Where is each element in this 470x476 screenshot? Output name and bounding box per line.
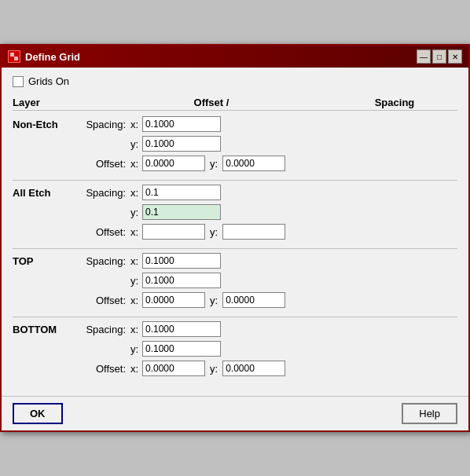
column-headers: Layer Offset / Spacing [13, 95, 457, 111]
non-etch-offset-x[interactable] [142, 156, 205, 171]
bottom-spacing-x-row: BOTTOM Spacing: x: [13, 320, 457, 338]
offset-label-3: Offset: [83, 295, 130, 306]
offset-label-4: Offset: [83, 363, 130, 375]
x-label-3: x: [130, 255, 140, 267]
top-spacing-x-row: TOP Spacing: x: [13, 252, 457, 269]
all-etch-spacing-x-row: All Etch Spacing: x: [13, 184, 457, 201]
bottom-spacing-x[interactable] [142, 321, 221, 337]
y-label-4: y: [130, 343, 140, 355]
title-bar-left: Define Grid [8, 50, 80, 63]
ok-button[interactable]: OK [13, 403, 63, 424]
all-etch-spacing-x[interactable] [142, 185, 221, 200]
spacing-label-3: Spacing: [83, 255, 130, 267]
non-etch-offset-row: Offset: x: y: [13, 155, 457, 172]
grids-on-label: Grids On [28, 75, 69, 87]
header-spacing: Spacing [332, 97, 457, 108]
y-label-1: y: [130, 138, 140, 150]
svg-rect-1 [10, 53, 14, 57]
spacing-label-2: Spacing: [83, 187, 130, 199]
bottom-name: BOTTOM [13, 324, 83, 335]
x-label-1: x: [130, 119, 140, 130]
ox-label-2: x: [130, 226, 140, 238]
help-button[interactable]: Help [402, 403, 457, 424]
y-label-2: y: [130, 207, 140, 218]
y-label-3: y: [130, 275, 140, 287]
all-etch-offset-y[interactable] [222, 224, 285, 240]
svg-rect-2 [14, 57, 18, 60]
title-bar: Define Grid — □ ✕ [2, 46, 468, 68]
x-label-2: x: [130, 187, 140, 199]
title-bar-buttons: — □ ✕ [417, 49, 462, 64]
grids-on-checkbox[interactable] [13, 76, 24, 87]
oy-label-3: y: [210, 295, 218, 306]
top-spacing-y-row: y: [13, 272, 457, 289]
spacing-label-1: Spacing: [83, 119, 130, 130]
window-icon [8, 50, 20, 63]
bottom-offset-x[interactable] [142, 361, 205, 376]
top-offset-row: Offset: x: y: [13, 291, 457, 309]
oy-label-1: y: [210, 158, 218, 170]
all-etch-name: All Etch [13, 187, 83, 199]
layer-all-etch: All Etch Spacing: x: y: Offset: x: y: [13, 184, 457, 240]
divider-2 [13, 248, 457, 249]
divider-1 [13, 180, 457, 181]
layer-bottom: BOTTOM Spacing: x: y: Offset: x: y: [13, 320, 457, 377]
bottom-spacing-y-row: y: [13, 340, 457, 357]
maximize-button[interactable]: □ [432, 49, 446, 64]
header-offset: Offset / [91, 97, 332, 108]
dialog-content: Grids On Layer Offset / Spacing Non-Etch… [2, 68, 468, 393]
x-label-4: x: [130, 324, 140, 335]
dialog-footer: OK Help [2, 396, 468, 430]
divider-3 [13, 317, 457, 317]
minimize-button[interactable]: — [417, 49, 431, 64]
layer-non-etch: Non-Etch Spacing: x: y: Offset: x: y: [13, 115, 457, 172]
layer-top: TOP Spacing: x: y: Offset: x: y: [13, 252, 457, 309]
bottom-spacing-y[interactable] [142, 341, 221, 357]
top-spacing-y[interactable] [142, 273, 221, 288]
close-button[interactable]: ✕ [448, 49, 462, 64]
top-offset-y[interactable] [222, 292, 285, 308]
bottom-offset-row: Offset: x: y: [13, 360, 457, 377]
ox-label-4: x: [130, 363, 140, 375]
grids-on-row: Grids On [13, 75, 457, 87]
bottom-offset-y[interactable] [222, 361, 285, 376]
oy-label-4: y: [210, 363, 218, 375]
all-etch-offset-x[interactable] [142, 224, 205, 240]
non-etch-spacing-x-row: Non-Etch Spacing: x: [13, 115, 457, 133]
top-name: TOP [13, 255, 83, 267]
oy-label-2: y: [210, 226, 218, 238]
top-offset-x[interactable] [142, 292, 205, 308]
window-title: Define Grid [25, 51, 80, 63]
ox-label-1: x: [130, 158, 140, 170]
non-etch-spacing-y[interactable] [142, 136, 221, 152]
offset-label-2: Offset: [83, 226, 130, 238]
non-etch-offset-y[interactable] [222, 156, 285, 171]
all-etch-spacing-y-row: y: [13, 203, 457, 221]
non-etch-spacing-y-row: y: [13, 135, 457, 152]
spacing-label-4: Spacing: [83, 324, 130, 335]
header-layer: Layer [13, 97, 91, 108]
top-spacing-x[interactable] [142, 253, 221, 269]
all-etch-spacing-y[interactable] [142, 204, 221, 220]
offset-label-1: Offset: [83, 158, 130, 170]
all-etch-offset-row: Offset: x: y: [13, 223, 457, 240]
define-grid-window: Define Grid — □ ✕ Grids On Layer Offset … [0, 44, 470, 432]
non-etch-spacing-x[interactable] [142, 116, 221, 132]
non-etch-name: Non-Etch [13, 119, 83, 130]
ox-label-3: x: [130, 295, 140, 306]
